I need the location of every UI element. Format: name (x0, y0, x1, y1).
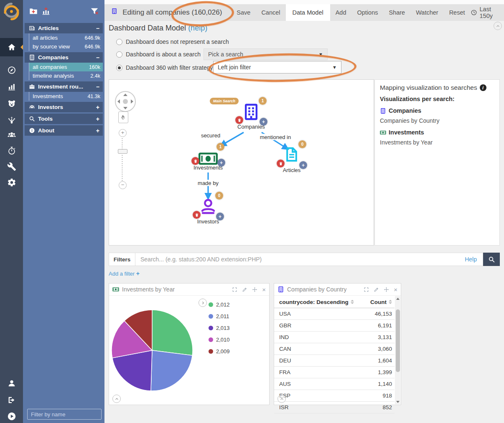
table-row[interactable]: IND3,131 (274, 332, 395, 343)
table-row[interactable]: FRA1,399 (274, 367, 395, 378)
nav-section-header[interactable]: Tools+ (25, 114, 103, 124)
column-header-countrycode[interactable]: countrycode: Descending (279, 299, 356, 305)
time-picker[interactable]: Last 150y (471, 6, 495, 19)
remove-node-button[interactable] (277, 160, 285, 167)
remove-node-button[interactable] (193, 211, 201, 219)
visualize-icon[interactable] (0, 79, 23, 95)
move-icon[interactable] (252, 287, 257, 292)
collapse-datamodel-button[interactable] (494, 22, 502, 30)
table-row[interactable]: USA46,153 (274, 308, 395, 320)
remove-node-button[interactable] (191, 157, 199, 165)
pan-up-icon[interactable] (123, 94, 127, 96)
pie-chart[interactable] (110, 309, 194, 392)
new-dashboard-icon[interactable] (29, 7, 39, 17)
expand-icon[interactable]: + (96, 104, 99, 111)
close-icon[interactable]: × (262, 287, 266, 292)
info-icon[interactable]: i (480, 84, 486, 91)
query-search-input[interactable] (135, 256, 465, 263)
nav-section-header[interactable]: Articles− (25, 23, 103, 33)
collapse-icon[interactable]: − (96, 84, 99, 90)
remove-all-filters-icon[interactable] (90, 7, 100, 17)
zoom-in-button[interactable]: + (119, 129, 127, 137)
panel-collapse-button[interactable] (112, 395, 121, 403)
collapse-nav-icon[interactable] (20, 45, 23, 50)
sidebar-item-by-source-view[interactable]: by source view646.9k (29, 42, 103, 51)
scroll-down-icon[interactable] (395, 399, 400, 404)
nav-section-header[interactable]: About+ (25, 125, 103, 136)
fullscreen-icon[interactable] (364, 287, 369, 292)
fullscreen-icon[interactable] (232, 287, 237, 292)
toolbar-item-cancel[interactable]: Cancel (256, 4, 285, 21)
radio-no-search[interactable] (116, 39, 122, 45)
pick-a-search-select[interactable]: Pick a search ▼ (204, 48, 328, 60)
pie-slice-2012[interactable] (152, 310, 193, 355)
toolbar-item-share[interactable]: Share (383, 4, 410, 21)
graph-browser-icon[interactable] (0, 112, 23, 129)
add-filter-link[interactable]: Add a filter + (109, 270, 140, 277)
zoom-slider-handle[interactable] (118, 149, 127, 154)
help-link[interactable]: Help (465, 256, 477, 263)
logout-icon[interactable] (0, 392, 23, 408)
toolbar-item-data-model[interactable]: Data Model (286, 4, 330, 21)
pan-down-icon[interactable] (123, 107, 127, 109)
legend-item[interactable]: 2,013 (209, 322, 230, 334)
discover-icon[interactable] (0, 62, 23, 79)
sidebar-item-timeline-analysis[interactable]: timeline analysis2.4k (29, 71, 103, 80)
pie-slice-2011[interactable] (151, 350, 192, 391)
home-icon[interactable] (0, 38, 23, 56)
legend-item[interactable]: 2,010 (209, 334, 230, 345)
table-row[interactable]: CAN3,060 (274, 343, 395, 355)
sidebar-item-investments[interactable]: Investments41.3k (29, 92, 103, 101)
toolbar-item-add[interactable]: Add (330, 4, 352, 21)
pan-right-icon[interactable] (131, 99, 133, 104)
table-row[interactable]: ESP918 (274, 390, 395, 402)
table-row[interactable]: DEU1,604 (274, 355, 395, 367)
siren-logo[interactable] (0, 0, 23, 23)
mapping-visualization-name[interactable]: Investments by Year (380, 139, 494, 146)
help-link[interactable]: (help) (188, 24, 207, 32)
dashboards-icon[interactable] (0, 95, 23, 112)
table-row[interactable]: GBR6,191 (274, 320, 395, 332)
edit-pencil-icon[interactable] (374, 287, 379, 292)
filter-strategy-select[interactable]: Left join filter ▼ (213, 61, 341, 73)
close-icon[interactable]: × (394, 287, 397, 292)
search-button[interactable] (483, 253, 500, 266)
sidebar-item-all-articles[interactable]: all articles646.9k (29, 33, 103, 42)
nav-section-header[interactable]: Investment rou...− (25, 81, 103, 92)
radio-about-search[interactable] (116, 51, 122, 58)
community-icon[interactable] (0, 127, 23, 144)
pan-left-icon[interactable] (117, 99, 120, 104)
table-row[interactable]: AUS1,140 (274, 378, 395, 390)
collapse-icon[interactable]: − (96, 54, 99, 61)
toolbar-item-watcher[interactable]: Watcher (410, 4, 443, 21)
collapse-icon[interactable]: − (96, 25, 99, 32)
legend-item[interactable]: 2,009 (209, 345, 230, 357)
filter-by-name-input[interactable] (27, 409, 102, 420)
legend-item[interactable]: 2,012 (209, 299, 230, 310)
guided-tour-icon[interactable] (0, 408, 23, 423)
zoom-slider-track[interactable] (122, 138, 123, 181)
toolbar-item-options[interactable]: Options (351, 4, 383, 21)
account-icon[interactable] (0, 375, 23, 392)
expand-icon[interactable]: + (96, 116, 99, 122)
toolbar-item-reset[interactable]: Reset (444, 4, 471, 21)
graph-pan-control[interactable] (115, 91, 136, 112)
move-icon[interactable] (384, 287, 389, 292)
nav-section-header[interactable]: Investors+ (25, 102, 103, 112)
legend-item[interactable]: 2,011 (209, 310, 230, 322)
expand-icon[interactable]: + (96, 127, 99, 134)
pan-mode-button[interactable] (118, 111, 128, 123)
panel-collapse-button[interactable] (277, 395, 286, 403)
nav-section-header[interactable]: Companies− (25, 52, 103, 63)
legend-toggle[interactable] (199, 299, 207, 307)
column-header-count[interactable]: Count (356, 299, 392, 305)
tools-icon[interactable] (0, 158, 23, 175)
scroll-up-icon[interactable] (395, 296, 400, 301)
scheduler-icon[interactable] (0, 142, 23, 159)
edit-pencil-icon[interactable] (242, 287, 247, 292)
table-row[interactable]: ISR852 (274, 402, 395, 413)
remove-node-button[interactable] (235, 116, 243, 124)
zoom-out-button[interactable]: − (119, 181, 127, 189)
filters-tab[interactable]: Filters (109, 253, 135, 266)
scrollbar-thumb[interactable] (396, 309, 400, 372)
